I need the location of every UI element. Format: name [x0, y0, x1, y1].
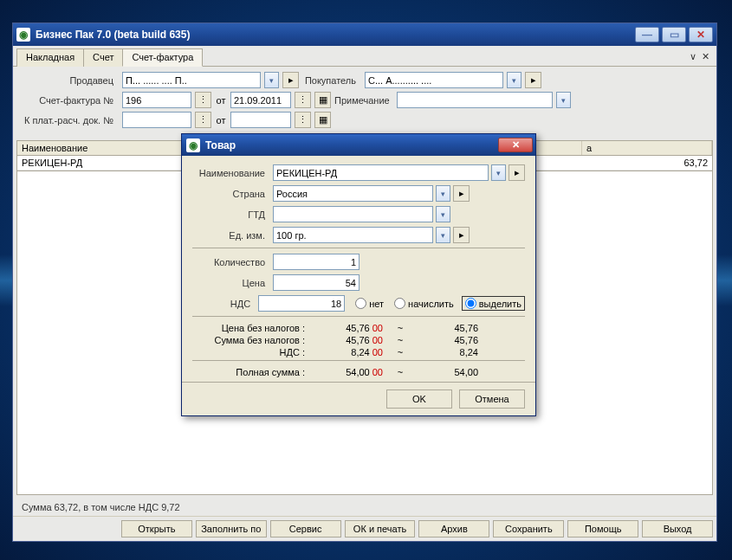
tab-schet-faktura[interactable]: Счет-фактура	[122, 48, 203, 67]
dialog-title: Товар	[205, 139, 236, 151]
qty-label: Количество	[192, 257, 270, 267]
vat-row-label: НДС :	[192, 347, 314, 357]
vat-add-radio[interactable]: начислить	[392, 297, 457, 310]
minimize-button[interactable]: —	[635, 27, 659, 42]
country-input[interactable]	[273, 185, 433, 202]
exit-button[interactable]: Выход	[642, 520, 713, 537]
note-label: Примечание	[334, 95, 393, 106]
sum-wo-tax-label: Сумма без налогов :	[192, 335, 314, 345]
from-label: от	[215, 95, 227, 106]
gtd-label: ГТД	[192, 209, 270, 220]
vat-row-right: 8,24	[418, 347, 478, 357]
status-bar: Сумма 63,72, в том числе НДС 9,72	[13, 499, 716, 516]
close-button[interactable]: ✕	[689, 27, 713, 42]
tab-collapse-icon[interactable]: ∨	[690, 51, 696, 62]
vat-none-radio[interactable]: нет	[353, 297, 386, 310]
payment-from-label: от	[215, 115, 227, 126]
name-dropdown[interactable]: ▾	[491, 164, 506, 181]
tilde-icon: ~	[383, 347, 418, 357]
payment-date-input[interactable]	[230, 112, 291, 128]
unit-dropdown[interactable]: ▾	[436, 227, 450, 243]
country-next-button[interactable]: ▸	[453, 185, 470, 202]
name-next-button[interactable]: ▸	[509, 164, 525, 181]
price-input[interactable]	[273, 274, 360, 291]
vat-extract-radio[interactable]: выделить	[462, 296, 525, 311]
ok-print-button[interactable]: ОК и печать	[345, 520, 416, 537]
gtd-dropdown[interactable]: ▾	[436, 206, 450, 222]
dialog-icon: ◉	[186, 138, 200, 152]
invoice-date-list-button[interactable]: ⋮	[295, 92, 311, 108]
price-wo-tax-right: 45,76	[418, 323, 478, 333]
help-button[interactable]: Помощь	[567, 520, 638, 537]
invoice-no-input[interactable]	[122, 92, 191, 108]
titlebar: ◉ Бизнес Пак 7.0 (beta build 635) — ▭ ✕	[13, 23, 716, 46]
unit-input[interactable]	[273, 227, 433, 243]
maximize-button[interactable]: ▭	[662, 27, 686, 42]
buyer-label: Покупатель	[302, 75, 361, 86]
invoice-no-list-button[interactable]: ⋮	[195, 92, 211, 108]
app-icon: ◉	[16, 28, 30, 42]
unit-label: Ед. изм.	[192, 230, 270, 241]
vat-row-value: 8,24 00	[314, 347, 383, 357]
service-button[interactable]: Сервис	[270, 520, 341, 537]
window-controls: — ▭ ✕	[635, 27, 713, 42]
name-label: Наименование	[192, 168, 270, 178]
tab-bar: Накладная Счет Счет-фактура ∨ ✕	[13, 46, 716, 67]
total-value: 54,00 00	[314, 367, 383, 377]
invoice-date-input[interactable]	[230, 92, 291, 108]
price-wo-tax-value: 45,76 00	[314, 323, 383, 333]
note-dropdown[interactable]: ▾	[556, 92, 571, 108]
note-input[interactable]	[397, 92, 553, 108]
total-label: Полная сумма :	[192, 367, 314, 377]
gtd-input[interactable]	[273, 206, 433, 222]
seller-next-button[interactable]: ▸	[282, 72, 299, 88]
qty-input[interactable]	[273, 254, 360, 270]
name-input[interactable]	[273, 164, 489, 181]
calc-block: Цена без налогов : 45,76 00 ~ 45,76 Сумм…	[192, 322, 525, 378]
window-title: Бизнес Пак 7.0 (beta build 635)	[36, 29, 190, 41]
vat-input[interactable]	[258, 295, 345, 312]
country-dropdown[interactable]: ▾	[436, 185, 450, 202]
form-panel: Продавец ▾ ▸ Покупатель ▾ ▸ Счет-фактура…	[13, 67, 716, 140]
buyer-next-button[interactable]: ▸	[525, 72, 541, 88]
cell-sum: 63,72	[582, 156, 712, 170]
seller-input[interactable]	[122, 72, 261, 88]
seller-dropdown[interactable]: ▾	[264, 72, 279, 88]
tab-nakladnaya[interactable]: Накладная	[16, 48, 84, 67]
dialog-cancel-button[interactable]: Отмена	[459, 389, 525, 409]
total-right: 54,00	[418, 367, 478, 377]
seller-label: Продавец	[22, 75, 119, 86]
payment-doc-label: К плат.-расч. док. №	[22, 115, 119, 126]
save-button[interactable]: Сохранить	[493, 520, 564, 537]
archive-button[interactable]: Архив	[418, 520, 489, 537]
payment-doc-input[interactable]	[122, 112, 191, 128]
tab-schet[interactable]: Счет	[83, 48, 123, 67]
sum-wo-tax-right: 45,76	[418, 335, 478, 345]
open-button[interactable]: Открыть	[121, 520, 192, 537]
product-dialog: ◉ Товар ✕ Наименование ▾ ▸ Страна ▾ ▸ ГТ…	[181, 133, 536, 416]
sum-wo-tax-value: 45,76 00	[314, 335, 383, 345]
buyer-input[interactable]	[365, 72, 503, 88]
dialog-close-button[interactable]: ✕	[498, 138, 533, 152]
tilde-icon: ~	[383, 323, 418, 333]
tilde-icon: ~	[383, 335, 418, 345]
dialog-ok-button[interactable]: OK	[386, 389, 452, 409]
payment-date-calendar[interactable]: ▦	[314, 112, 331, 128]
fill-by-button[interactable]: Заполнить по	[196, 520, 267, 537]
country-label: Страна	[192, 189, 270, 199]
tab-close-icon[interactable]: ✕	[702, 51, 709, 62]
tilde-icon: ~	[383, 367, 418, 377]
price-label: Цена	[192, 278, 270, 288]
invoice-no-label: Счет-фактура №	[22, 95, 119, 106]
vat-label: НДС	[192, 299, 256, 309]
dialog-titlebar: ◉ Товар ✕	[182, 134, 535, 156]
payment-doc-list-button[interactable]: ⋮	[195, 112, 211, 128]
payment-date-list-button[interactable]: ⋮	[295, 112, 311, 128]
buyer-dropdown[interactable]: ▾	[507, 72, 521, 88]
bottom-toolbar: Открыть Заполнить по Сервис ОК и печать …	[13, 516, 716, 541]
col-sum: а	[582, 141, 712, 155]
price-wo-tax-label: Цена без налогов :	[192, 323, 314, 333]
invoice-date-calendar[interactable]: ▦	[314, 92, 331, 108]
unit-next-button[interactable]: ▸	[453, 227, 470, 243]
